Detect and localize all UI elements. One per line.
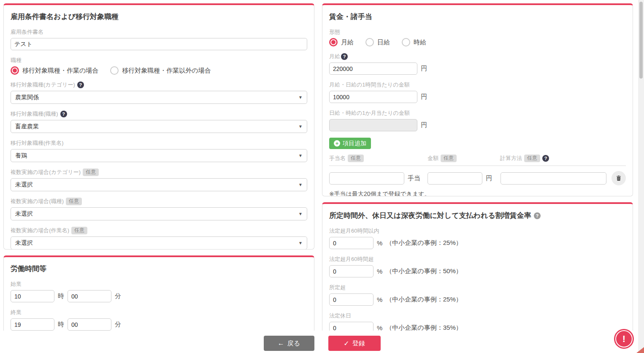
back-arrow-icon: ← (278, 339, 284, 347)
target-occupation-select[interactable]: 畜産農業 ▼ (11, 120, 307, 133)
help-icon[interactable]: ? (542, 155, 549, 162)
per-month-amount-input (329, 119, 417, 131)
start-minute-input[interactable] (68, 290, 111, 302)
wage-type-radio-daily[interactable] (365, 38, 374, 46)
allowance-name-input[interactable] (329, 172, 404, 185)
wage-type-radio-hourly[interactable] (402, 38, 410, 46)
premium-rate-input[interactable] (329, 237, 373, 249)
doc-name-group: 雇用条件書名 (11, 28, 307, 50)
caret-down-icon: ▼ (298, 95, 303, 100)
allowance-name-suffix: 手当 (408, 174, 420, 182)
wage-card: 賃金・諸手当 形態 月給 日給 時給 月給 ? (322, 3, 633, 196)
delete-allowance-button[interactable] (612, 171, 626, 185)
premium-rate-input[interactable] (329, 293, 373, 306)
corner-triangle-decoration (636, 347, 644, 353)
doc-name-label: 雇用条件書名 (11, 28, 43, 36)
multi-work-group: 複数実施の場合(作業名) 任意 未選択 ▼ (11, 227, 307, 250)
premium-example: （中小企業の事例：25%） (386, 239, 462, 247)
premium-rate-title: 所定時間外、休日又は深夜労働に対して支払われる割増賃金率 (329, 211, 531, 220)
add-item-button[interactable]: + 項目追加 (329, 138, 371, 149)
check-icon: ✓ (344, 339, 349, 348)
multi-occupation-value: 未選択 (15, 210, 33, 218)
doc-name-card: 雇用条件書名および移行対象職種 雇用条件書名 職種 移行対象職種・作業の場合 移… (3, 3, 314, 250)
target-occupation-group: 移行対象職種(職種) ? 畜産農業 ▼ (11, 110, 307, 133)
yen-unit: 円 (486, 174, 492, 182)
vertical-scrollbar[interactable] (638, 0, 644, 353)
wage-type-daily-label: 日給 (377, 38, 390, 46)
yen-unit: 円 (421, 93, 427, 101)
caret-down-icon: ▼ (298, 241, 303, 245)
yen-unit: 円 (421, 121, 427, 129)
target-work-group: 移行対象職種(作業名) 養鶏 ▼ (11, 139, 307, 162)
premium-row: 所定超 % （中小企業の事例：25%） (329, 284, 626, 306)
premium-row-label: 法定超月60時間超 (329, 255, 373, 263)
premium-rate-input[interactable] (329, 265, 373, 277)
target-category-select[interactable]: 農業関係 ▼ (11, 91, 307, 104)
optional-badge: 任意 (83, 168, 99, 176)
multi-occupation-label: 複数実施の場合(職種) (11, 198, 64, 205)
allowance-method-header: 計算方法 (500, 155, 522, 162)
wage-type-hourly-label: 時給 (414, 38, 426, 46)
submit-button-label: 登録 (352, 339, 365, 348)
start-hour-input[interactable] (11, 290, 54, 302)
monthly-wage-input[interactable] (329, 62, 417, 75)
back-button[interactable]: ← 戻る (264, 336, 314, 351)
per-month-amount-label: 日給・時給の1か月当たりの金額 (329, 109, 410, 117)
help-icon[interactable]: ? (77, 81, 84, 88)
plus-circle-icon: + (334, 140, 340, 147)
submit-button[interactable]: ✓ 登録 (328, 336, 381, 351)
end-hour-input[interactable] (11, 318, 54, 331)
footer-bar: ← 戻る ✓ 登録 (0, 331, 644, 353)
multi-category-value: 未選択 (15, 181, 33, 189)
yen-unit: 円 (421, 65, 427, 73)
help-icon[interactable]: ? (534, 212, 541, 219)
occupation-label: 職種 (11, 57, 22, 64)
end-time-group: 終業 時 分 (11, 309, 307, 331)
occupation-radio-target-label: 移行対象職種・作業の場合 (22, 67, 98, 75)
add-item-label: 項目追加 (343, 140, 366, 147)
start-time-label: 始業 (11, 280, 22, 288)
wage-type-monthly-label: 月給 (341, 38, 354, 46)
allowance-headers: 手当名 任意 金額 任意 計算方法 任意 ? (329, 149, 626, 166)
wage-type-radio-monthly[interactable] (329, 38, 338, 46)
allowance-method-input[interactable] (501, 172, 606, 185)
target-occupation-value: 畜産農業 (15, 123, 39, 130)
caret-down-icon: ▼ (298, 124, 303, 129)
alert-fab-button[interactable]: ! (614, 329, 634, 349)
occupation-group: 職種 移行対象職種・作業の場合 移行対象職種・作業以外の場合 (11, 57, 307, 75)
multi-work-select[interactable]: 未選択 ▼ (11, 236, 307, 250)
help-icon[interactable]: ? (341, 53, 348, 60)
occupation-radio-other-label: 移行対象職種・作業以外の場合 (122, 67, 211, 75)
per-month-amount-group: 日給・時給の1か月当たりの金額 円 (329, 109, 626, 131)
caret-down-icon: ▼ (298, 182, 303, 187)
doc-name-input[interactable] (11, 38, 307, 50)
premium-rate-card: 所定時間外、休日又は深夜労働に対して支払われる割増賃金率 ? 法定超月60時間以… (322, 202, 633, 350)
premium-row-label: 法定超月60時間以内 (329, 227, 379, 235)
optional-badge: 任意 (524, 155, 540, 162)
allowance-amount-input[interactable] (428, 172, 482, 185)
help-icon[interactable]: ? (60, 111, 67, 117)
multi-occupation-select[interactable]: 未選択 ▼ (11, 207, 307, 220)
wage-type-label: 形態 (329, 28, 340, 36)
minute-unit: 分 (115, 320, 121, 329)
occupation-radio-other[interactable] (110, 66, 119, 75)
premium-row: 法定超月60時間以内 % （中小企業の事例：25%） (329, 227, 626, 249)
allowance-row: 手当 円 (329, 171, 626, 185)
multi-category-group: 複数実施の場合(カテゴリー) 任意 未選択 ▼ (11, 168, 307, 191)
target-work-select[interactable]: 養鶏 ▼ (11, 149, 307, 162)
end-minute-input[interactable] (68, 318, 111, 331)
monthly-wage-group: 月給 ? 円 (329, 53, 626, 75)
hourly-amount-label: 月給・日給の1時間当たりの金額 (329, 81, 409, 89)
multi-category-select[interactable]: 未選択 ▼ (11, 178, 307, 191)
scrollbar-thumb[interactable] (639, 2, 643, 79)
trash-icon (615, 175, 622, 182)
hourly-amount-input[interactable] (329, 91, 417, 103)
monthly-wage-label: 月給 (329, 53, 340, 60)
hour-unit: 時 (58, 320, 64, 329)
optional-badge: 任意 (66, 198, 82, 205)
premium-example: （中小企業の事例：50%） (386, 267, 462, 275)
right-column: 賃金・諸手当 形態 月給 日給 時給 月給 ? (322, 3, 633, 353)
target-category-label: 移行対象職種(カテゴリー) (11, 81, 75, 89)
occupation-radio-target[interactable] (11, 66, 19, 75)
hour-unit: 時 (58, 292, 64, 300)
